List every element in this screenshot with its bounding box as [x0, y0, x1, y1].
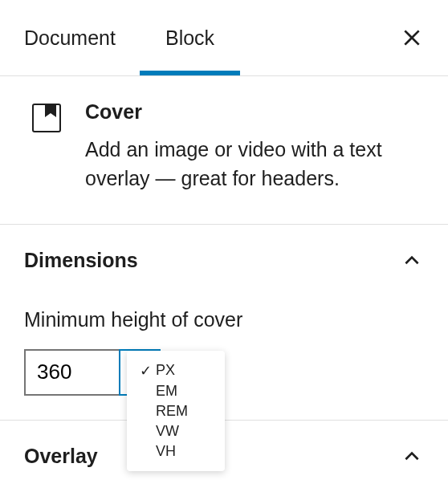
unit-option-label: REM — [156, 403, 188, 420]
check-icon: ✓ — [135, 362, 156, 380]
tab-block-label: Block — [165, 26, 214, 50]
unit-option-label: EM — [156, 383, 177, 400]
min-height-field: PX ✓PXEMREMVWVH — [24, 349, 424, 396]
chevron-up-icon — [400, 445, 424, 469]
min-height-label: Minimum height of cover — [24, 308, 424, 331]
block-title: Cover — [85, 100, 424, 124]
panel-dimensions: Dimensions Minimum height of cover PX ✓P… — [0, 225, 448, 421]
unit-option-label: PX — [156, 362, 175, 379]
close-button[interactable] — [400, 26, 424, 50]
unit-dropdown: ✓PXEMREMVWVH — [127, 351, 225, 471]
unit-option-rem[interactable]: REM — [127, 401, 225, 421]
cover-block-icon — [32, 104, 61, 132]
tab-active-underline — [140, 71, 240, 75]
panel-dimensions-title: Dimensions — [24, 249, 400, 272]
tab-document[interactable]: Document — [24, 0, 116, 75]
tab-block[interactable]: Block — [165, 0, 214, 75]
bookmark-icon — [45, 104, 56, 117]
sidebar-tabs: Document Block — [0, 0, 448, 76]
chevron-up-icon — [400, 249, 424, 273]
unit-option-px[interactable]: ✓PX — [127, 360, 225, 381]
unit-option-vh[interactable]: VH — [127, 441, 225, 461]
block-summary: Cover Add an image or video with a text … — [0, 76, 448, 225]
close-icon — [401, 27, 422, 48]
unit-option-vw[interactable]: VW — [127, 421, 225, 441]
unit-option-em[interactable]: EM — [127, 381, 225, 401]
block-description: Add an image or video with a text overla… — [85, 135, 424, 193]
unit-option-label: VW — [156, 423, 179, 440]
unit-option-label: VH — [156, 443, 176, 460]
panel-dimensions-header[interactable]: Dimensions — [24, 249, 424, 273]
min-height-input[interactable] — [24, 349, 120, 396]
